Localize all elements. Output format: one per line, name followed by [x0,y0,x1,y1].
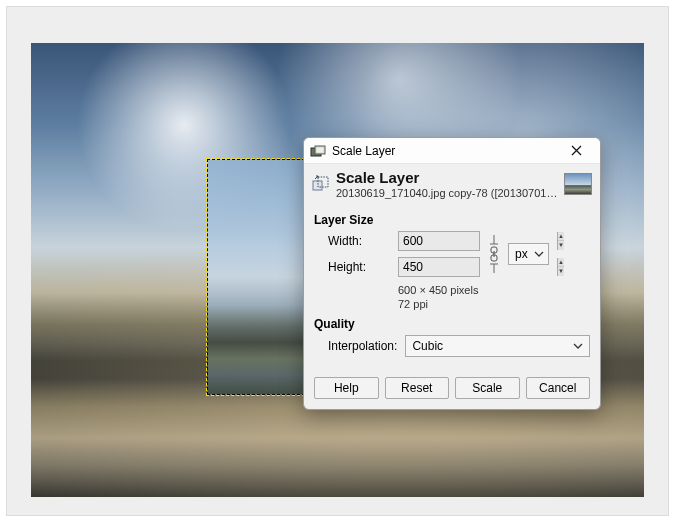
cancel-button[interactable]: Cancel [526,377,591,399]
height-field[interactable]: ▲ ▼ [398,257,480,277]
dialog-subtitle: 20130619_171040.jpg copy-78 ([20130701_.… [336,187,558,199]
chevron-down-icon [573,341,583,351]
help-button[interactable]: Help [314,377,379,399]
svg-rect-2 [317,147,324,152]
width-label: Width: [328,234,392,248]
close-button[interactable] [556,141,596,161]
quality-heading: Quality [314,317,590,331]
layer-size-heading: Layer Size [314,213,590,227]
interpolation-select[interactable]: Cubic [405,335,590,357]
resolution-text: 72 ppi [398,297,590,311]
page-frame: Scale Layer Scale Layer [6,6,669,516]
dialog-title: Scale Layer [332,144,556,158]
dialog-button-row: Help Reset Scale Cancel [304,367,600,409]
image-canvas: Scale Layer Scale Layer [31,43,644,497]
dialog-titlebar[interactable]: Scale Layer [304,138,600,164]
height-step-up[interactable]: ▲ [558,258,564,268]
interpolation-value: Cubic [412,339,443,353]
height-step-down[interactable]: ▼ [558,267,564,276]
height-input[interactable] [399,258,557,276]
width-field[interactable]: ▲ ▼ [398,231,480,251]
app-icon [310,143,326,159]
pixel-dimensions-text: 600 × 450 pixels [398,283,590,297]
scale-button[interactable]: Scale [455,377,520,399]
dialog-header: Scale Layer 20130619_171040.jpg copy-78 … [304,164,600,203]
svg-rect-3 [313,181,322,190]
close-icon [571,145,582,156]
layer-thumbnail [564,173,592,195]
interpolation-label: Interpolation: [328,339,397,353]
height-label: Height: [328,260,392,274]
scale-layer-dialog: Scale Layer Scale Layer [303,137,601,410]
width-step-up[interactable]: ▲ [558,232,564,242]
reset-button[interactable]: Reset [385,377,450,399]
dialog-heading: Scale Layer [336,170,558,187]
scale-icon [312,175,330,193]
